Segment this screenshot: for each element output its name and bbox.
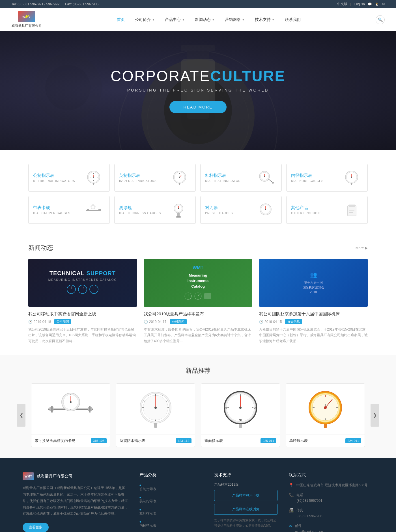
product-code-1: 323-112 — [176, 438, 191, 443]
search-button[interactable]: 🔍 — [376, 15, 385, 24]
wechat-icon[interactable]: 💬 — [368, 2, 372, 6]
footer-fax-label: 传真 — [296, 507, 322, 513]
footer-fax-number: (86)631 5967906 — [296, 513, 322, 519]
product-card-0[interactable]: 带可换测头高精度内卡规 315-105 — [31, 383, 110, 447]
svg-point-8 — [300, 59, 356, 116]
news-meta-0: 🕐 2019-04-18 公司新闻 — [28, 319, 137, 324]
footer-logo-icon: WMT — [23, 472, 34, 480]
nav-contact[interactable]: 联系我们 — [280, 15, 306, 25]
news-card-0[interactable]: TECHNICAL SUPPORT MEASURING INSTRUMENTS … — [28, 259, 137, 344]
footer-view-more-button[interactable]: 查看更多 — [23, 523, 49, 532]
news-card-1[interactable]: WMT MeasuringInstrumentsCatalog 我公司2019版… — [144, 259, 252, 344]
cat-other-products[interactable]: 其他产品 OTHER PRODUCTS — [286, 196, 368, 224]
svg-point-29 — [272, 182, 274, 184]
svg-rect-107 — [239, 424, 242, 428]
lang-cn[interactable]: 中文版 — [337, 2, 347, 6]
footer-link-bore[interactable]: 内径指示表 — [139, 519, 203, 528]
product-name-3: 单转痕示表 — [289, 438, 308, 443]
nav-marketing[interactable]: 营销网络▼ — [220, 15, 250, 25]
cat-name-1: 英制指示表 — [119, 173, 157, 178]
footer-link-caliper[interactable]: 带表卡规 — [139, 531, 203, 532]
news-meta-2: 🕐 2019-04-15 展会信息 — [259, 319, 368, 324]
product-image-3: 0 — [286, 384, 365, 435]
nav-products[interactable]: 产品中心▼ — [160, 15, 190, 25]
yellow-dial-svg: 0 — [292, 389, 359, 429]
nav-home[interactable]: 首页 — [112, 15, 130, 25]
news-title-1: 我公司2019版量具产品样本发布 — [144, 311, 252, 317]
nav-support[interactable]: 技术支持▼ — [250, 15, 280, 25]
lang-en[interactable]: English — [354, 2, 365, 6]
cat-bore-gauge[interactable]: 内径指示表 DIAL BORE GAUGES — [286, 164, 368, 192]
product-card-2[interactable]: 0 50 25 25 — [201, 383, 280, 447]
svg-rect-45 — [177, 212, 180, 217]
news-desc-2: 万众瞩目的第十六届中国国际机床展览会，于2019年4月15-20日在北京中国国际… — [259, 327, 368, 344]
qq-icon[interactable]: 🐧 — [375, 2, 379, 6]
footer-link-metric[interactable]: 公制指示表 — [139, 482, 203, 492]
hero-read-more-button[interactable]: READ MORE — [169, 101, 227, 113]
cat-metric-dial[interactable]: 公制指示表 METRIC DIAL INDICATORS — [28, 164, 110, 192]
svg-rect-37 — [98, 209, 101, 211]
footer-email-address: wmt@wmt.com.cn — [295, 529, 323, 532]
news-tag-2: 展会信息 — [285, 319, 302, 324]
lever-dial-icon — [257, 170, 275, 186]
caliper-dial-svg — [37, 389, 104, 429]
footer-brand: WMT 威海量具厂有限公司 — [23, 472, 128, 480]
footer-company-name: 威海量具厂有限公司 — [37, 474, 72, 479]
footer-tech-btn1-label: 产品样本2019版 — [214, 482, 277, 487]
footer-logo: WMT 威海量具厂有限公司 — [23, 472, 128, 480]
news-card-2[interactable]: 👥 第十六届中国国际机床展览会2019 我公司团队赴京参加第十六届中国国际机床.… — [259, 259, 368, 344]
product-image-2: 0 50 25 25 — [201, 384, 280, 435]
cat-thickness-gauge[interactable]: 测厚规 DIAL THICKNESS GAUGES — [114, 196, 196, 224]
news-more-link[interactable]: More ▶ — [356, 246, 368, 250]
footer-link-inch[interactable]: 英制指示表 — [139, 494, 203, 504]
hero-banner: CORPORATE CULTURE PURSUING THE PRECISION… — [0, 31, 396, 150]
catalog-wmt-logo: WMT — [193, 265, 203, 270]
footer-link-lever[interactable]: 杠杆指示表 — [139, 507, 203, 516]
footer-grid: WMT 威海量具厂有限公司 威海量具厂有限公司（威海新威量具有限公司）创建于19… — [23, 472, 373, 532]
footer-tel-number: (86)631 5967991 — [296, 498, 322, 503]
news-date-2: 🕐 2019-04-15 — [259, 320, 282, 324]
product-name-0: 带可换测头高精度内卡规 — [35, 438, 75, 443]
svg-point-16 — [93, 177, 94, 178]
product-code-3: 224-011 — [345, 438, 361, 443]
cat-inch-dial[interactable]: 英制指示表 INCH DIAL INDICATORS — [114, 164, 196, 192]
next-product-button[interactable]: ❯ — [371, 404, 379, 427]
nav-about[interactable]: 公司简介▼ — [130, 15, 160, 25]
new-products-section: 新品推荐 ❮ — [0, 355, 396, 458]
footer: WMT 威海量具厂有限公司 威海量具厂有限公司（威海新威量具有限公司）创建于19… — [0, 458, 396, 532]
svg-text:0: 0 — [325, 404, 326, 406]
new-products-title: 新品推荐 — [17, 366, 379, 375]
top-bar: Tel: (86)631 5967991 / 5967992 Fax: (86)… — [0, 0, 396, 8]
product-card-3[interactable]: 0 单转痕示表 224-011 — [286, 383, 365, 447]
fax-info: Fax: (86)631 5967906 — [65, 2, 98, 6]
product-card-1[interactable]: 防震防水指示表 323-112 — [116, 383, 195, 447]
cat-preset-gauge[interactable]: 对刀器 PRESET GAUGES — [200, 196, 282, 224]
location-icon: 📍 — [289, 483, 294, 487]
footer-brand-col: WMT 威海量具厂有限公司 威海量具厂有限公司（威海新威量具有限公司）创建于19… — [23, 472, 128, 532]
cat-name-en-5: DIAL THICKNESS GAUGES — [119, 212, 161, 215]
product-name-2: 磁面指示表 — [205, 438, 223, 443]
footer-pdf-download-button[interactable]: 产品样本PDF下载 — [214, 490, 277, 501]
product-code-2: 225-011 — [261, 438, 276, 443]
nav-news[interactable]: 新闻动态▼ — [190, 15, 220, 25]
cat-name-en-0: METRIC DIAL INDICATORS — [33, 179, 75, 183]
cat-name-en-7: OTHER PRODUCTS — [291, 212, 322, 215]
svg-rect-70 — [51, 406, 53, 412]
svg-rect-17 — [93, 183, 94, 185]
prev-product-button[interactable]: ❮ — [17, 404, 25, 427]
logo[interactable]: WMT 威海量具厂有限公司 — [11, 11, 42, 28]
svg-point-7 — [45, 65, 91, 110]
cat-name-en-1: INCH DIAL INDICATORS — [119, 179, 157, 183]
footer-email: ✉ 邮件 wmt@wmt.com.cn — [289, 523, 373, 532]
news-date-1: 🕐 2019-04-17 — [144, 320, 166, 324]
preset-gauge-icon — [257, 202, 275, 218]
svg-rect-34 — [351, 183, 352, 185]
product-name-1: 防震防水指示表 — [120, 438, 145, 443]
email-icon-top[interactable]: ✉ — [382, 2, 385, 6]
svg-point-50 — [265, 209, 266, 210]
cat-lever-dial[interactable]: 杠杆指示表 DIAL TEST INDICATOR — [200, 164, 282, 192]
footer-online-view-button[interactable]: 产品样本在线浏览 — [214, 504, 277, 515]
svg-point-75 — [70, 401, 72, 403]
product-footer-0: 带可换测头高精度内卡规 315-105 — [31, 435, 110, 447]
cat-caliper-gauge[interactable]: 带表卡规 DIAL CALIPER GAUGES — [28, 196, 110, 224]
